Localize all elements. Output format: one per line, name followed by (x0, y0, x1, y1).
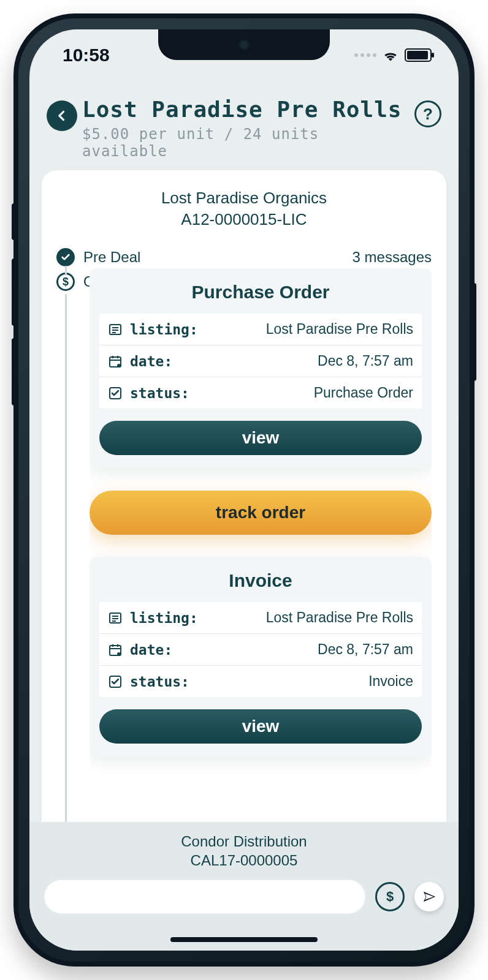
po-date-value: Dec 8, 7:57 am (318, 353, 413, 369)
side-button (12, 258, 17, 326)
message-input[interactable] (44, 880, 365, 914)
inv-date-label: date: (130, 642, 172, 658)
side-button (12, 203, 17, 240)
offer-money-button[interactable]: $ (375, 882, 405, 911)
question-icon: ? (423, 105, 433, 124)
check-circle-icon (56, 248, 75, 266)
seller-name: Lost Paradise Organics (42, 187, 446, 209)
svg-point-2 (117, 364, 121, 368)
help-button[interactable]: ? (414, 100, 441, 127)
inv-status-label: status: (130, 674, 189, 690)
chevron-left-icon (56, 110, 68, 122)
page-subtitle: $5.00 per unit / 24 units available (82, 126, 410, 160)
inv-date-value: Dec 8, 7:57 am (318, 641, 413, 658)
timeline-trail (65, 294, 67, 822)
battery-icon (405, 48, 432, 62)
purchase-order-title: Purchase Order (90, 282, 432, 303)
po-row-status: status: Purchase Order (99, 377, 422, 409)
dollar-icon: $ (386, 889, 394, 905)
po-status-label: status: (130, 385, 189, 401)
timeline-predeal-messages: 3 messages (353, 249, 432, 266)
list-icon (108, 322, 123, 337)
main-card: Lost Paradise Organics A12-0000015-LIC P… (42, 170, 446, 822)
phone-frame: 10:58 Lost Paradise Pre Rolls $5.00 per … (13, 13, 475, 967)
po-date-label: date: (130, 353, 172, 369)
page-header: Lost Paradise Pre Rolls $5.00 per unit /… (29, 97, 459, 160)
po-row-date: date: Dec 8, 7:57 am (99, 345, 422, 377)
footer: Condor Distribution CAL17-0000005 $ (29, 822, 459, 951)
inv-row-date: date: Dec 8, 7:57 am (99, 634, 422, 666)
po-view-button[interactable]: view (99, 421, 422, 455)
seller-license: A12-0000015-LIC (42, 209, 446, 230)
status-bar: 10:58 (29, 29, 459, 81)
invoice-title: Invoice (90, 570, 432, 591)
timeline-connector (65, 266, 67, 276)
wifi-icon (383, 49, 398, 61)
track-order-button[interactable]: track order (90, 491, 432, 535)
po-row-listing: listing: Lost Paradise Pre Rolls (99, 314, 422, 345)
status-time: 10:58 (63, 45, 110, 66)
send-icon (422, 890, 436, 903)
po-status-value: Purchase Order (314, 385, 413, 401)
inv-row-listing: listing: Lost Paradise Pre Rolls (99, 602, 422, 634)
side-button (12, 338, 17, 405)
inv-view-button[interactable]: view (99, 709, 422, 744)
phone-bezel: 10:58 Lost Paradise Pre Rolls $5.00 per … (18, 18, 470, 962)
timeline-row-predeal[interactable]: Pre Deal 3 messages (56, 245, 432, 270)
checkbox-icon (108, 386, 123, 401)
inv-listing-value: Lost Paradise Pre Rolls (266, 609, 413, 626)
side-button (471, 283, 476, 381)
inv-listing-label: listing: (130, 610, 198, 626)
svg-point-6 (117, 652, 121, 656)
timeline-predeal-label: Pre Deal (83, 249, 140, 266)
buyer-name: Condor Distribution (44, 832, 444, 851)
calendar-icon (108, 354, 123, 369)
calendar-icon (108, 643, 123, 657)
screen: 10:58 Lost Paradise Pre Rolls $5.00 per … (29, 29, 459, 951)
home-indicator[interactable] (170, 937, 318, 942)
cell-signal-icon (354, 53, 376, 57)
inv-row-status: status: Invoice (99, 666, 422, 697)
page-title: Lost Paradise Pre Rolls (82, 97, 410, 122)
po-listing-label: listing: (130, 322, 198, 337)
inv-status-value: Invoice (368, 673, 413, 690)
send-button[interactable] (414, 882, 444, 911)
back-button[interactable] (47, 100, 77, 131)
purchase-order-card: Purchase Order listing: Lost Paradise Pr… (90, 268, 432, 469)
po-listing-value: Lost Paradise Pre Rolls (266, 321, 413, 337)
invoice-card: Invoice listing: Lost Paradise Pre Rolls (90, 557, 432, 757)
buyer-license: CAL17-0000005 (44, 851, 444, 870)
list-icon (108, 611, 123, 625)
checkbox-icon (108, 674, 123, 689)
